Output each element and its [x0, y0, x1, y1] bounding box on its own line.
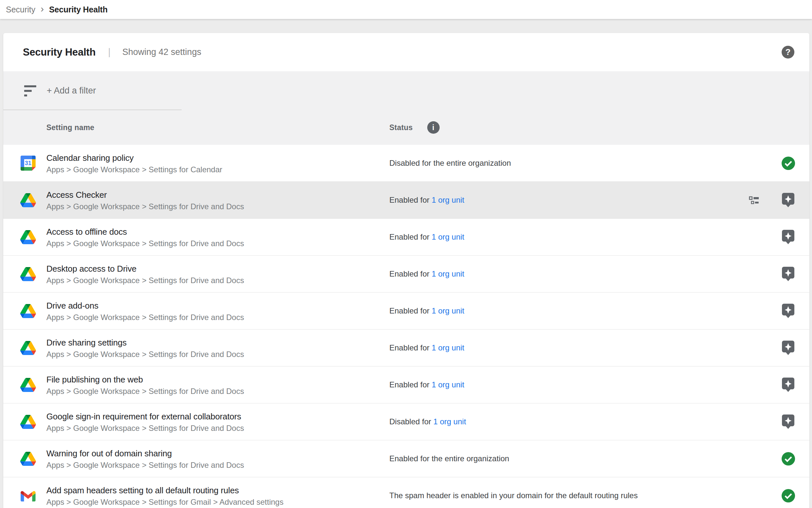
status-text: Enabled for [389, 269, 430, 278]
setting-title: File publishing on the web [46, 373, 244, 386]
setting-path: Apps > Google Workspace > Settings for D… [46, 275, 244, 286]
filter-and-header-band: + Add a filter Setting name Status i [3, 71, 809, 145]
status-text: Enabled for [389, 232, 430, 241]
setting-text: Add spam headers setting to all default … [46, 484, 284, 507]
setting-path: Apps > Google Workspace > Settings for C… [46, 164, 223, 175]
setting-path: Apps > Google Workspace > Settings for G… [46, 497, 284, 507]
column-header-setting-name: Setting name [46, 123, 94, 132]
recommendation-flag-icon[interactable] [781, 229, 796, 245]
org-units-icon [749, 194, 760, 206]
org-unit-link[interactable]: 1 org unit [431, 343, 464, 352]
drive-icon [20, 377, 36, 393]
setting-title: Drive add-ons [46, 299, 244, 312]
status-ok-icon [781, 488, 796, 504]
org-unit-link[interactable]: 1 org unit [433, 417, 466, 426]
drive-icon [20, 340, 36, 356]
status-text: Enabled for [389, 196, 430, 204]
setting-path: Apps > Google Workspace > Settings for D… [46, 201, 244, 212]
setting-status: Disabled for the entire organization [389, 159, 511, 168]
add-filter-button[interactable]: + Add a filter [47, 86, 96, 96]
table-row[interactable]: 31 Calendar sharing policy Apps > Google… [3, 145, 809, 182]
filter-icon [24, 85, 37, 96]
recommendation-flag-icon[interactable] [781, 414, 796, 430]
status-text: The spam header is enabled in your domai… [389, 491, 637, 500]
drive-icon [20, 229, 36, 245]
info-icon[interactable]: i [427, 121, 440, 134]
setting-title: Access Checker [46, 188, 244, 201]
setting-text: Calendar sharing policy Apps > Google Wo… [46, 152, 223, 175]
calendar-icon: 31 [20, 155, 36, 171]
setting-path: Apps > Google Workspace > Settings for D… [46, 386, 244, 396]
table-row[interactable]: File publishing on the web Apps > Google… [3, 367, 809, 404]
setting-path: Apps > Google Workspace > Settings for D… [46, 423, 244, 433]
settings-count: Showing 42 settings [123, 47, 201, 57]
setting-text: Google sign-in requirement for external … [46, 410, 244, 433]
setting-status: The spam header is enabled in your domai… [389, 491, 637, 500]
setting-title: Desktop access to Drive [46, 262, 244, 275]
table-row[interactable]: Google sign-in requirement for external … [3, 404, 809, 440]
org-unit-link[interactable]: 1 org unit [431, 196, 464, 204]
breadcrumb: Security › Security Health [0, 0, 812, 19]
setting-status: Enabled for 1 org unit [389, 269, 465, 279]
status-ok-icon [781, 155, 796, 171]
title-divider: | [108, 46, 111, 57]
setting-text: Drive add-ons Apps > Google Workspace > … [46, 299, 244, 323]
table-row[interactable]: Warning for out of domain sharing Apps >… [3, 440, 809, 477]
table-row[interactable]: Add spam headers setting to all default … [3, 477, 809, 508]
gmail-icon [20, 488, 36, 503]
status-text: Enabled for [389, 343, 430, 352]
org-unit-link[interactable]: 1 org unit [431, 232, 464, 241]
status-text: Disabled for [389, 417, 431, 426]
setting-status: Enabled for 1 org unit [389, 196, 465, 205]
breadcrumb-item-security-health: Security Health [49, 5, 107, 14]
setting-status: Enabled for 1 org unit [389, 343, 465, 352]
org-unit-link[interactable]: 1 org unit [431, 380, 464, 389]
status-text: Enabled for [389, 306, 430, 315]
setting-path: Apps > Google Workspace > Settings for D… [46, 460, 244, 470]
breadcrumb-item-security[interactable]: Security [6, 5, 35, 14]
setting-path: Apps > Google Workspace > Settings for D… [46, 238, 244, 249]
org-unit-link[interactable]: 1 org unit [431, 306, 464, 315]
drive-icon [20, 414, 36, 429]
settings-table: 31 Calendar sharing policy Apps > Google… [3, 145, 809, 508]
recommendation-flag-icon[interactable] [781, 303, 796, 319]
table-row[interactable]: Drive add-ons Apps > Google Workspace > … [3, 293, 809, 330]
recommendation-flag-icon[interactable] [781, 340, 796, 356]
setting-text: Drive sharing settings Apps > Google Wor… [46, 336, 244, 359]
setting-path: Apps > Google Workspace > Settings for D… [46, 312, 244, 323]
drive-icon [20, 192, 36, 208]
security-health-card: Security Health | Showing 42 settings ? … [3, 33, 809, 508]
card-header: Security Health | Showing 42 settings ? [3, 33, 809, 71]
recommendation-flag-icon[interactable] [781, 377, 796, 393]
status-text: Disabled for the entire organization [389, 159, 511, 167]
setting-status: Enabled for the entire organization [389, 454, 509, 463]
filter-bar: + Add a filter [3, 71, 809, 110]
setting-title: Calendar sharing policy [46, 152, 223, 164]
table-row[interactable]: Access to offline docs Apps > Google Wor… [3, 219, 809, 256]
setting-status: Enabled for 1 org unit [389, 232, 465, 242]
help-icon[interactable]: ? [782, 46, 794, 58]
page-title: Security Health [23, 46, 96, 58]
org-unit-link[interactable]: 1 org unit [431, 269, 464, 278]
table-row[interactable]: Access Checker Apps > Google Workspace >… [3, 182, 809, 219]
setting-title: Add spam headers setting to all default … [46, 484, 284, 497]
table-row[interactable]: Drive sharing settings Apps > Google Wor… [3, 330, 809, 367]
setting-title: Warning for out of domain sharing [46, 447, 244, 460]
setting-status: Disabled for 1 org unit [389, 417, 466, 426]
setting-title: Google sign-in requirement for external … [46, 410, 244, 423]
setting-title: Drive sharing settings [46, 336, 244, 349]
status-text: Enabled for [389, 380, 430, 389]
setting-text: Warning for out of domain sharing Apps >… [46, 447, 244, 470]
table-row[interactable]: Desktop access to Drive Apps > Google Wo… [3, 256, 809, 293]
setting-text: File publishing on the web Apps > Google… [46, 373, 244, 396]
drive-icon [20, 266, 36, 282]
setting-title: Access to offline docs [46, 225, 244, 238]
setting-path: Apps > Google Workspace > Settings for D… [46, 349, 244, 359]
recommendation-flag-icon[interactable] [781, 192, 796, 208]
recommendation-flag-icon[interactable] [781, 266, 796, 282]
setting-text: Access to offline docs Apps > Google Wor… [46, 225, 244, 249]
table-header-row: Setting name Status i [3, 110, 809, 145]
setting-status: Enabled for 1 org unit [389, 306, 465, 315]
chevron-right-icon: › [41, 4, 44, 14]
setting-text: Desktop access to Drive Apps > Google Wo… [46, 262, 244, 286]
